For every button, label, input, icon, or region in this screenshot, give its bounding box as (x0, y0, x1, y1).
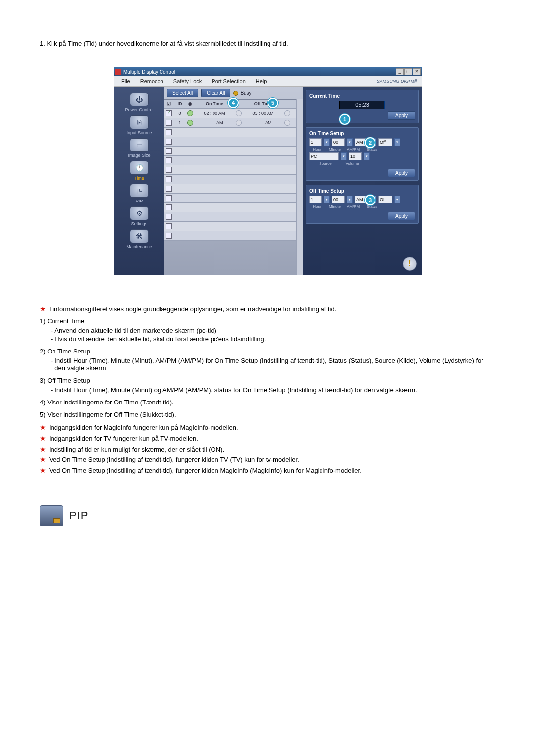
minute-label: Minute (327, 147, 343, 151)
row-checkbox[interactable] (166, 148, 172, 154)
dropdown-icon[interactable]: ▾ (364, 152, 370, 160)
numbered-note-title: 3) Off Time Setup (40, 377, 495, 384)
on-source-select[interactable]: PC (309, 152, 339, 160)
table-row[interactable]: 1-- : -- AM-- : -- AM (164, 118, 296, 128)
star-icon: ★ (40, 434, 46, 443)
input-source-icon: ⎘ (130, 115, 149, 129)
row-checkbox[interactable] (166, 167, 172, 173)
off-time-apply-button[interactable]: Apply (388, 212, 415, 220)
app-icon (115, 69, 121, 75)
star-icon: ★ (40, 423, 46, 432)
grid-scrollbar[interactable] (296, 99, 303, 275)
row-checkbox[interactable] (166, 214, 172, 220)
dropdown-icon[interactable]: ▾ (324, 138, 330, 146)
callout-2: 2 (365, 137, 375, 148)
numbered-note-line: -Indstil Hour (Time), Minute (Minut), AM… (51, 357, 495, 372)
numbered-note-line: -Hvis du vil ændre den aktuelle tid, ska… (51, 335, 495, 343)
sidebar-label: Maintenance (119, 244, 159, 249)
sidebar-item-power-control[interactable]: ⏻ Power Control (119, 93, 159, 112)
on-hour-select[interactable]: 1 (309, 138, 322, 146)
row-on-time: 02 : 00 AM (195, 111, 234, 116)
busy-indicator: Busy (233, 90, 251, 96)
current-time-apply-button[interactable]: Apply (388, 111, 415, 120)
menubar: File Remocon Safety Lock Port Selection … (114, 76, 422, 87)
maximize-button[interactable]: ▢ (404, 68, 412, 75)
warning-icon: ! (403, 257, 417, 271)
mdc-window: Multiple Display Control _ ▢ ✕ File Remo… (114, 67, 422, 275)
display-grid: ☑ ID ◉ On Time Off Time 002 : 00 AM03 : … (164, 99, 296, 241)
sidebar-item-pip[interactable]: ◳ PIP (119, 184, 159, 203)
callout-4: 4 (228, 98, 239, 108)
menu-safety-lock[interactable]: Safety Lock (168, 78, 207, 84)
sidebar-item-maintenance[interactable]: 🛠 Maintenance (119, 229, 159, 249)
menu-help[interactable]: Help (251, 78, 272, 84)
sidebar-item-time[interactable]: 🕒 Time (119, 161, 159, 181)
select-all-button[interactable]: Select All (167, 89, 198, 97)
numbered-note-title: 2) On Time Setup (40, 348, 495, 355)
sidebar-label: PIP (119, 199, 159, 203)
row-checkbox[interactable] (166, 120, 172, 126)
on-minute-select[interactable]: 00 (332, 138, 345, 146)
table-row[interactable]: 002 : 00 AM03 : 00 AM (164, 109, 296, 118)
on-time-section: On Time Setup 1▾ 00▾ AM▾ Off▾ Hour Minut… (306, 127, 419, 181)
dropdown-icon[interactable]: ▾ (394, 196, 400, 203)
off-time-title: Off Time Setup (309, 188, 415, 194)
star-note: ★Ved On Time Setup (Indstilling af tændt… (40, 455, 495, 465)
col-id: ID (174, 101, 186, 106)
table-row (164, 165, 296, 175)
row-checkbox[interactable] (166, 204, 172, 210)
window-title: Multiple Display Control (123, 69, 395, 75)
row-on-time: -- : -- AM (195, 120, 234, 125)
numbered-note-title: 1) Current Time (40, 317, 495, 325)
row-checkbox[interactable] (166, 157, 172, 163)
menu-file[interactable]: File (116, 78, 135, 84)
numbered-note-title: 4) Viser indstillingerne for On Time (Tæ… (40, 399, 495, 406)
numbered-note-line: -Anvend den aktuelle tid til den markere… (51, 327, 495, 334)
sidebar-label: Settings (119, 221, 159, 226)
off-hour-select[interactable]: 1 (309, 196, 322, 203)
row-checkbox[interactable] (166, 110, 172, 116)
row-checkbox[interactable] (166, 233, 172, 239)
star-note: ★Indstilling af tid er kun muligt for sk… (40, 445, 495, 454)
table-row (164, 137, 296, 147)
dropdown-icon[interactable]: ▾ (347, 196, 353, 203)
sidebar-item-image-size[interactable]: ▭ Image Size (119, 138, 159, 158)
off-status-select[interactable]: Off (378, 196, 392, 203)
row-checkbox[interactable] (166, 139, 172, 145)
callout-5: 5 (268, 98, 278, 108)
close-button[interactable]: ✕ (413, 68, 421, 75)
on-time-apply-button[interactable]: Apply (388, 169, 415, 177)
row-checkbox[interactable] (166, 195, 172, 201)
status-col-icon: ◉ (186, 101, 195, 106)
dropdown-icon[interactable]: ▾ (324, 196, 330, 203)
row-checkbox[interactable] (166, 129, 172, 135)
row-checkbox[interactable] (166, 186, 172, 192)
table-row (164, 231, 296, 241)
row-off-time: 03 : 00 AM (243, 111, 283, 116)
menu-port-selection[interactable]: Port Selection (207, 78, 250, 84)
star-note: ★Indgangskilden for TV fungerer kun på T… (40, 434, 495, 444)
brand-label: SAMSUNG DIGITall (377, 79, 420, 84)
titlebar: Multiple Display Control _ ▢ ✕ (114, 67, 422, 76)
dropdown-icon[interactable]: ▾ (347, 138, 353, 146)
busy-dot-icon (233, 91, 238, 96)
sidebar-item-settings[interactable]: ⚙ Settings (119, 206, 159, 226)
sidebar-label: Power Control (119, 107, 159, 112)
status-dot-icon (236, 110, 242, 116)
menu-remocon[interactable]: Remocon (135, 78, 168, 84)
minute-label: Minute (327, 204, 343, 209)
row-checkbox[interactable] (166, 176, 172, 182)
row-checkbox[interactable] (166, 223, 172, 229)
off-minute-select[interactable]: 00 (332, 196, 345, 203)
on-volume-select[interactable]: 10 (349, 152, 362, 160)
dropdown-icon[interactable]: ▾ (341, 152, 347, 160)
minimize-button[interactable]: _ (396, 68, 404, 75)
status-label: Status (364, 204, 380, 209)
volume-label: Volume (344, 161, 361, 166)
sidebar-label: Input Source (119, 130, 159, 135)
sidebar-label: Image Size (119, 153, 159, 158)
on-status-select[interactable]: Off (378, 138, 392, 146)
clear-all-button[interactable]: Clear All (201, 89, 230, 97)
pip-icon: ◳ (130, 184, 149, 198)
sidebar-item-input-source[interactable]: ⎘ Input Source (119, 115, 159, 135)
